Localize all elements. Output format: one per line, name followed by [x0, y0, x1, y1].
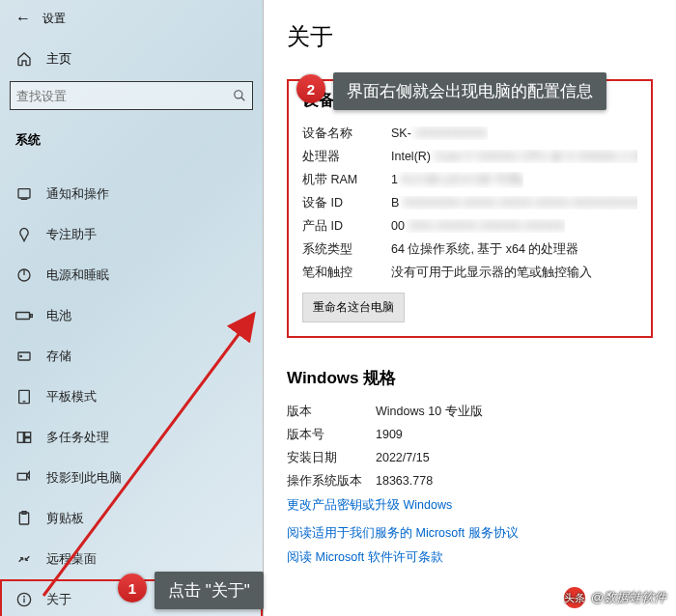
sidebar-item-label: 剪贴板	[46, 510, 84, 527]
row-pen-touch: 笔和触控 没有可用于此显示器的笔或触控输入	[302, 264, 637, 281]
remote-icon	[15, 551, 33, 567]
row-system-type: 系统类型 64 位操作系统, 基于 x64 的处理器	[302, 240, 637, 258]
label-os-build: 操作系统版本	[287, 473, 376, 490]
sidebar-item-label: 专注助手	[46, 226, 97, 243]
sidebar-section-label: 系统	[0, 120, 263, 154]
sidebar-item-label: 多任务处理	[46, 429, 109, 446]
search-icon	[233, 89, 246, 102]
sidebar-item-label: 电池	[46, 307, 71, 324]
sidebar-home-label: 主页	[46, 50, 71, 68]
row-product-id: 产品 ID 00XXX-XXXXX-XXXXX-XXXXX	[302, 217, 637, 235]
label-device-id: 设备 ID	[302, 195, 391, 211]
row-ram: 机带 RAM 16.0 GB (15.9 GB 可用)	[302, 171, 637, 188]
value-os-build: 18363.778	[376, 474, 433, 488]
titlebar: ← 设置	[0, 0, 263, 37]
windows-spec-box: Windows 规格 版本 Windows 10 专业版 版本号 1909 安装…	[287, 367, 653, 566]
search-input[interactable]	[16, 89, 233, 103]
value-pen-touch: 没有可用于此显示器的笔或触控输入	[391, 265, 592, 281]
svg-rect-12	[25, 433, 31, 437]
row-edition: 版本 Windows 10 专业版	[287, 403, 653, 420]
sidebar-item-label: 通知和操作	[46, 185, 109, 203]
search-wrap	[0, 75, 263, 120]
sidebar-item-storage[interactable]: 存储	[0, 336, 263, 377]
storage-icon	[15, 349, 33, 364]
sidebar-item-multitask[interactable]: 多任务处理	[0, 417, 263, 458]
project-icon	[15, 470, 33, 486]
sidebar-item-power[interactable]: 电源和睡眠	[0, 255, 263, 295]
svg-rect-6	[30, 315, 32, 318]
rename-pc-button[interactable]: 重命名这台电脑	[302, 293, 405, 322]
svg-line-1	[241, 98, 245, 101]
svg-rect-11	[17, 433, 23, 443]
label-install-date: 安装日期	[287, 450, 376, 466]
label-device-name: 设备名称	[302, 126, 391, 142]
svg-point-19	[24, 596, 25, 597]
battery-icon	[15, 308, 33, 323]
search-box[interactable]	[10, 81, 253, 110]
sidebar-item-label: 关于	[46, 591, 71, 608]
focus-icon	[15, 227, 33, 242]
svg-point-8	[20, 355, 21, 356]
annotation-step2-label: 界面右侧就会出现电脑的配置信息	[333, 72, 606, 110]
back-arrow-icon[interactable]: ←	[15, 10, 31, 27]
power-icon	[15, 267, 33, 283]
notify-icon	[15, 186, 33, 202]
label-pen-touch: 笔和触控	[302, 265, 391, 281]
link-service-agreement[interactable]: 阅读适用于我们服务的 Microsoft 服务协议	[287, 525, 653, 542]
row-install-date: 安装日期 2022/7/15	[287, 449, 653, 466]
annotation-step1-label: 点击 "关于"	[155, 572, 264, 609]
link-change-product-key[interactable]: 更改产品密钥或升级 Windows	[287, 497, 653, 514]
sidebar-home[interactable]: 主页	[0, 42, 263, 75]
annotation-step1-badge: 1	[118, 574, 147, 602]
sidebar-item-project[interactable]: 投影到此电脑	[0, 458, 263, 498]
windows-spec-heading: Windows 规格	[287, 367, 653, 389]
row-os-build: 操作系统版本 18363.778	[287, 472, 653, 490]
row-version: 版本号 1909	[287, 426, 653, 443]
value-edition: Windows 10 专业版	[376, 404, 483, 420]
svg-rect-14	[17, 473, 26, 480]
device-spec-box: 设备规格 设备名称 SK-XXXXXXXXX 处理器 Intel(R)Core …	[287, 79, 653, 338]
window-title: 设置	[42, 11, 66, 27]
value-install-date: 2022/7/15	[376, 451, 430, 464]
link-license-terms[interactable]: 阅读 Microsoft 软件许可条款	[287, 549, 653, 566]
label-processor: 处理器	[302, 149, 391, 165]
svg-rect-13	[25, 438, 31, 443]
multitask-icon	[15, 430, 33, 445]
label-version: 版本号	[287, 427, 376, 443]
sidebar-item-label: 平板模式	[46, 388, 97, 406]
sidebar-item-notifications[interactable]: 通知和操作	[0, 174, 263, 214]
home-icon	[15, 51, 33, 67]
value-system-type: 64 位操作系统, 基于 x64 的处理器	[391, 241, 578, 258]
page-title: 关于	[287, 21, 653, 52]
svg-rect-2	[18, 189, 30, 198]
nav-list: 通知和操作 专注助手 电源和睡眠 电池 存储 平板模式 多任务处理 投影到此电	[0, 174, 263, 616]
sidebar-item-label: 投影到此电脑	[46, 469, 122, 487]
tablet-icon	[15, 389, 33, 405]
watermark-text: @数据蛙软件	[591, 589, 666, 606]
sidebar-item-label: 远程桌面	[46, 550, 97, 568]
clipboard-icon	[15, 511, 33, 526]
sidebar: ← 设置 主页 系统 通知和操作 专注助手 电源和睡眠	[0, 0, 264, 616]
sidebar-item-tablet[interactable]: 平板模式	[0, 377, 263, 417]
value-version: 1909	[376, 428, 403, 441]
label-system-type: 系统类型	[302, 241, 391, 258]
sidebar-item-focus[interactable]: 专注助手	[0, 214, 263, 255]
svg-rect-5	[16, 313, 30, 320]
svg-point-0	[235, 91, 242, 98]
label-ram: 机带 RAM	[302, 172, 391, 188]
info-icon	[15, 592, 33, 607]
row-device-id: 设备 ID BXXXXXXX-XXXX-XXXX-XXXX-XXXXXXXXXX…	[302, 194, 637, 211]
label-product-id: 产品 ID	[302, 218, 391, 235]
sidebar-item-label: 电源和睡眠	[46, 266, 109, 284]
label-edition: 版本	[287, 404, 376, 420]
row-device-name: 设备名称 SK-XXXXXXXXX	[302, 125, 637, 142]
watermark: 头条 @数据蛙软件	[564, 587, 666, 608]
row-processor: 处理器 Intel(R)Core i7-XXXXU CPU @ X.XXGHz …	[302, 148, 637, 165]
watermark-badge: 头条	[564, 587, 585, 608]
annotation-step2-badge: 2	[296, 74, 325, 103]
sidebar-item-battery[interactable]: 电池	[0, 295, 263, 336]
sidebar-item-clipboard[interactable]: 剪贴板	[0, 498, 263, 539]
sidebar-item-label: 存储	[46, 348, 71, 365]
